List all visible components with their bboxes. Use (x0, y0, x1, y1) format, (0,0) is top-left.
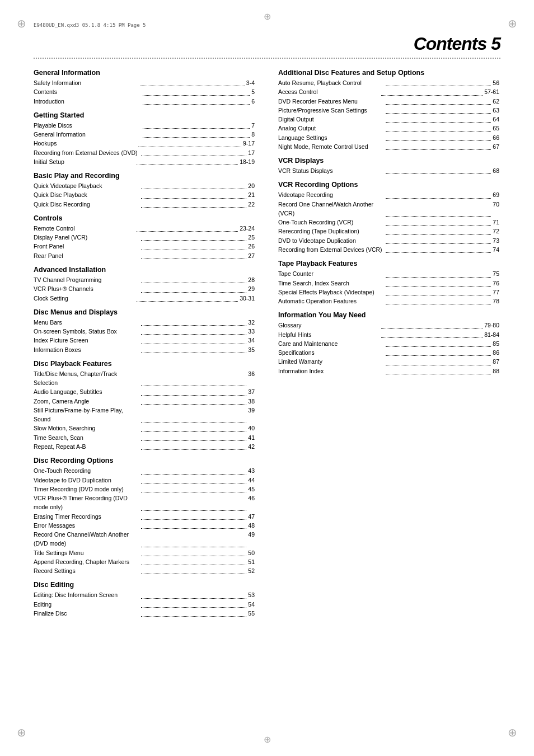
entry-page: 66 (493, 133, 499, 142)
entry-page: 38 (248, 397, 255, 406)
entry-page: 67 (493, 142, 499, 151)
entry-dots (141, 181, 247, 189)
corner-mark-bl: ⊕ (17, 726, 26, 739)
entry-title: Specifications (278, 348, 384, 357)
entry-title: Limited Warranty (278, 357, 384, 366)
entry-title: Quick Disc Playback (34, 190, 139, 199)
toc-entry: Specifications86 (278, 348, 500, 357)
entry-dots (141, 424, 247, 431)
section-heading-5: Disc Menus and Displays (34, 308, 256, 316)
entry-page: 5 (251, 87, 255, 96)
toc-entry: Audio Language, Subtitles37 (34, 387, 256, 396)
toc-entry: Timer Recording (DVD mode only)45 (34, 485, 256, 494)
toc-entry: Videotape Recording69 (278, 190, 500, 199)
entry-title: Hookups (34, 139, 137, 148)
entry-page: 46 (248, 494, 255, 512)
section-heading-3: Controls (34, 214, 256, 222)
toc-entry: Recording from External Devices (VCR)74 (278, 245, 500, 254)
toc-entry: Time Search, Scan41 (34, 433, 256, 442)
entry-dots (141, 369, 247, 387)
section-heading-0: Additional Disc Features and Setup Optio… (278, 69, 500, 77)
toc-entry: Time Search, Index Search76 (278, 279, 500, 288)
entry-dots (143, 130, 250, 138)
toc-entry: Information Boxes35 (34, 345, 256, 354)
page-title: Contents 5 (34, 34, 500, 54)
entry-title: Recording from External Devices (VCR) (278, 245, 384, 254)
entry-dots (381, 330, 483, 338)
entry-title: Tape Counter (278, 269, 384, 278)
entry-page: 33 (248, 327, 255, 336)
entry-dots (386, 115, 491, 123)
entry-page: 77 (493, 288, 499, 297)
entry-dots (386, 133, 491, 141)
entry-title: Timer Recording (DVD mode only) (34, 485, 139, 494)
toc-entry: VCR Plus+® Channels29 (34, 284, 256, 293)
toc-entry: Rerecording (Tape Duplication)72 (278, 227, 500, 236)
entry-page: 70 (493, 200, 499, 218)
entry-dots (386, 227, 491, 234)
entry-title: Title Settings Menu (34, 548, 139, 557)
entry-title: Recording from External Devices (DVD) (34, 148, 139, 157)
entry-title: Zoom, Camera Angle (34, 397, 139, 406)
section-heading-1: Getting Started (34, 111, 256, 119)
entry-dots (141, 251, 247, 259)
toc-entry: Picture/Progressive Scan Settings63 (278, 106, 500, 115)
entry-title: Error Messages (34, 521, 139, 530)
entry-dots (386, 218, 491, 226)
entry-page: 3-4 (246, 78, 255, 87)
toc-entry: Record One Channel/Watch Another (VCR)70 (278, 200, 500, 218)
entry-page: 68 (493, 166, 499, 175)
entry-title: Rear Panel (34, 251, 139, 260)
toc-entry: Language Settings66 (278, 133, 500, 142)
entry-title: Helpful Hints (278, 330, 380, 339)
entry-title: Picture/Progressive Scan Settings (278, 106, 384, 115)
entry-title: Information Boxes (34, 345, 139, 354)
entry-dots (386, 357, 491, 365)
entry-title: Display Panel (VCR) (34, 233, 139, 242)
entry-page: 26 (248, 242, 255, 251)
entry-dots (143, 97, 250, 105)
entry-dots (143, 121, 250, 129)
entry-title: VCR Status Displays (278, 166, 384, 175)
entry-title: Title/Disc Menus, Chapter/Track Selectio… (34, 369, 139, 388)
entry-title: Initial Setup (34, 157, 135, 166)
entry-page: 22 (248, 200, 255, 209)
toc-entry: Repeat, Repeat A-B42 (34, 442, 256, 451)
entry-page: 27 (248, 251, 255, 260)
toc-entry: Limited Warranty87 (278, 357, 500, 366)
toc-entry: One-Touch Recording43 (34, 466, 256, 475)
toc-entry: Append Recording, Chapter Markers51 (34, 557, 256, 566)
entry-page: 40 (248, 424, 255, 433)
dotted-divider (34, 58, 500, 59)
entry-title: Menu Bars (34, 318, 139, 327)
entry-page: 57-61 (484, 87, 499, 96)
page: ⊕ ⊕ ⊕ ⊕ ⊕ ⊕ E9480UD_EN.qxd3 05.1.8 4:15 … (0, 0, 534, 756)
corner-mark-tr: ⊕ (508, 17, 517, 30)
toc-entry: Auto Resume, Playback Control56 (278, 78, 500, 87)
entry-title: Still Picture/Frame-by-Frame Play, Sound (34, 406, 139, 424)
entry-page: 55 (248, 609, 255, 618)
toc-entry: Videotape to DVD Duplication44 (34, 476, 256, 485)
entry-dots (386, 236, 491, 244)
entry-title: Language Settings (278, 133, 384, 142)
entry-dots (138, 139, 241, 147)
entry-title: DVD to Videotape Duplication (278, 236, 384, 245)
toc-entry: On-screen Symbols, Status Box33 (34, 327, 256, 336)
entry-title: Digital Output (278, 115, 384, 124)
entry-dots (141, 548, 247, 556)
corner-mark-tl: ⊕ (17, 17, 26, 30)
entry-page: 74 (493, 245, 499, 254)
toc-entry: Initial Setup18-19 (34, 157, 256, 166)
entry-page: 78 (493, 297, 499, 306)
entry-dots (141, 609, 247, 617)
entry-title: General Information (34, 130, 141, 139)
entry-page: 45 (248, 485, 255, 494)
entry-page: 52 (248, 566, 255, 575)
toc-entry: Digital Output64 (278, 115, 500, 124)
section-heading-7: Disc Recording Options (34, 457, 256, 464)
entry-dots (141, 466, 247, 474)
entry-page: 36 (248, 369, 255, 388)
toc-entry: Erasing Timer Recordings47 (34, 512, 256, 521)
toc-entry: Hookups9-17 (34, 139, 256, 148)
entry-title: Contents (34, 87, 141, 96)
